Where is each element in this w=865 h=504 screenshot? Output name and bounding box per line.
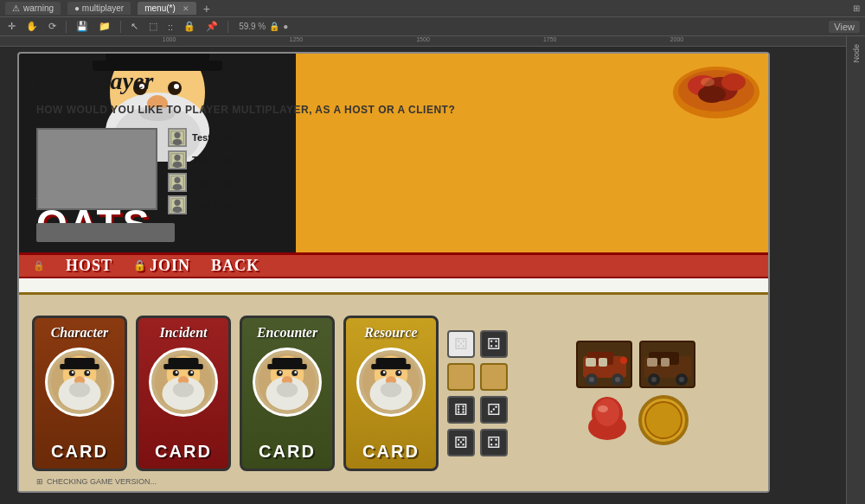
tool-arrow[interactable]: ↖ xyxy=(128,20,141,33)
card-encounter[interactable]: Encounter xyxy=(240,316,335,471)
dice-row-4: ⚄ ⚃ xyxy=(447,429,508,456)
tool-folder[interactable]: 📁 xyxy=(96,20,113,33)
die-dark-3[interactable]: ⚂ xyxy=(480,396,508,424)
die-slot-1[interactable] xyxy=(447,363,475,391)
card-resource-title: Resource xyxy=(346,318,436,344)
card-incident[interactable]: Incident xyxy=(136,316,231,471)
cards-section: Character xyxy=(19,292,768,491)
svg-point-49 xyxy=(176,371,178,373)
zoom-lock-icon[interactable]: 🔒 xyxy=(269,22,279,31)
lock-icon-bar: 🔒 xyxy=(33,260,45,271)
toolbar-separator-3 xyxy=(227,21,228,33)
svg-rect-35 xyxy=(60,364,99,369)
dice-row-3: ⚅ ⚂ xyxy=(447,396,508,424)
svg-rect-82 xyxy=(599,358,607,367)
svg-point-17 xyxy=(173,162,183,168)
svg-point-83 xyxy=(620,357,627,364)
card-incident-label: CARD xyxy=(138,442,228,462)
browser-chrome: ⚠ warning ● multiplayer menu(*) ✕ + ⊞ xyxy=(0,0,865,17)
svg-point-19 xyxy=(174,177,180,183)
player-avatar-4 xyxy=(168,195,187,214)
svg-rect-81 xyxy=(586,358,596,367)
devtools-icon[interactable]: ⊞ xyxy=(853,3,860,13)
tool-cursor[interactable]: ✛ xyxy=(5,20,18,33)
svg-point-89 xyxy=(679,377,684,382)
svg-point-30 xyxy=(701,78,714,86)
die-dark-2[interactable]: ⚅ xyxy=(447,396,475,424)
tab-close-icon[interactable]: ✕ xyxy=(183,4,189,13)
train-item-2 xyxy=(639,341,695,388)
svg-point-74 xyxy=(381,382,402,398)
game-status-bar: ⊞ CHECKING GAME VERSION... xyxy=(36,477,157,486)
back-button[interactable]: BACK xyxy=(211,257,260,275)
warning-tab[interactable]: ⚠ warning xyxy=(5,2,61,15)
ruler-horizontal: 1000 1250 1500 1750 2000 xyxy=(0,36,846,47)
toolbar-separator xyxy=(66,21,67,33)
svg-rect-90 xyxy=(647,358,657,367)
game-top-section: Haulin' OATS Multiplayer HOW WOULD YOU L… xyxy=(19,54,768,252)
die-slot-2[interactable] xyxy=(480,363,508,391)
svg-point-39 xyxy=(86,371,89,373)
svg-point-80 xyxy=(615,377,620,382)
card-resource-face xyxy=(356,348,426,417)
dice-row-1: ⚄ ⚃ xyxy=(447,330,508,358)
tool-pin[interactable]: 📌 xyxy=(203,20,221,33)
card-character-title: Character xyxy=(35,318,125,344)
svg-point-23 xyxy=(173,207,183,213)
tool-grid[interactable]: :: xyxy=(165,21,176,33)
join-button[interactable]: 🔒 JOIN xyxy=(133,257,190,275)
svg-point-22 xyxy=(174,200,180,206)
card-encounter-label: CARD xyxy=(242,442,332,462)
player-item-3: Test User xyxy=(168,173,751,192)
multiplayer-tab[interactable]: ● multiplayer xyxy=(67,2,131,15)
tool-lock[interactable]: 🔒 xyxy=(181,20,198,33)
die-dark-4[interactable]: ⚄ xyxy=(447,429,475,456)
status-icon[interactable]: ⊞ xyxy=(36,477,43,486)
menu-tab-label: menu(*) xyxy=(144,3,176,13)
new-tab-button[interactable]: + xyxy=(203,2,210,16)
card-character[interactable]: Character xyxy=(32,316,127,471)
food-illustration xyxy=(669,58,764,123)
red-piece xyxy=(584,397,631,444)
node-label[interactable]: Node xyxy=(850,41,862,66)
host-button[interactable]: HOST xyxy=(66,257,112,275)
svg-point-79 xyxy=(589,377,594,382)
card-incident-title: Incident xyxy=(138,318,228,344)
join-icon: 🔒 xyxy=(133,259,147,272)
player-item-1: Test User xyxy=(168,128,751,147)
tool-select[interactable]: ⬚ xyxy=(146,20,160,33)
player-avatar-1 xyxy=(168,128,187,147)
player-video-placeholder xyxy=(36,128,157,210)
card-character-label: CARD xyxy=(35,442,125,462)
game-container: Haulin' OATS Multiplayer HOW WOULD YOU L… xyxy=(17,52,770,493)
svg-rect-91 xyxy=(661,358,670,367)
train-item-1 xyxy=(576,341,632,388)
die-dark-1[interactable]: ⚃ xyxy=(480,330,508,358)
tool-hand[interactable]: ✋ xyxy=(23,20,41,33)
svg-point-60 xyxy=(279,371,282,373)
tool-save[interactable]: 💾 xyxy=(74,20,91,33)
tool-zoom[interactable]: ⟳ xyxy=(46,20,59,33)
card-incident-face xyxy=(149,348,218,417)
svg-point-20 xyxy=(173,184,183,190)
card-resource[interactable]: Resource xyxy=(343,316,439,471)
svg-point-41 xyxy=(69,382,91,398)
player-list: Test User Test User xyxy=(168,128,751,214)
view-button[interactable]: View xyxy=(829,21,860,33)
main-area: 1000 1250 1500 1750 2000 xyxy=(0,36,865,504)
svg-rect-68 xyxy=(371,364,411,369)
accessory-row-1 xyxy=(576,341,695,388)
menu-tab[interactable]: menu(*) ✕ xyxy=(138,2,196,15)
card-encounter-face xyxy=(253,348,322,417)
gold-coin xyxy=(638,395,689,445)
accessories-area xyxy=(516,341,755,445)
dice-row-2 xyxy=(447,363,508,391)
die-white-1[interactable]: ⚄ xyxy=(447,330,475,358)
svg-point-29 xyxy=(698,86,726,103)
input-bar[interactable] xyxy=(36,223,175,242)
warning-icon: ⚠ xyxy=(12,3,20,13)
svg-point-38 xyxy=(72,371,74,373)
die-dark-5[interactable]: ⚃ xyxy=(480,429,508,456)
toolbar-separator-2 xyxy=(120,21,121,33)
svg-point-50 xyxy=(190,371,193,373)
